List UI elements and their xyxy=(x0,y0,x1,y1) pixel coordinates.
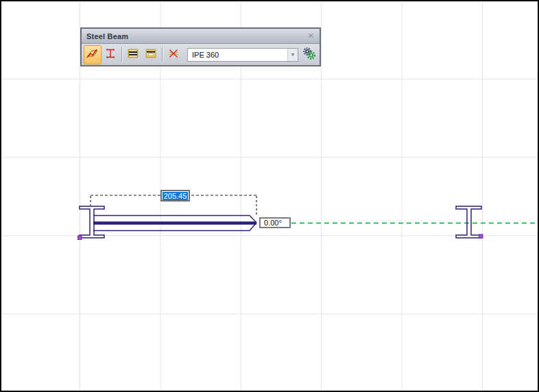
profile-combobox[interactable]: IPE 360 ▼ xyxy=(187,48,298,62)
beam-create-button[interactable] xyxy=(84,45,101,64)
steel-beam-toolbar: Steel Beam ✕ xyxy=(80,27,321,66)
toolbar-title: Steel Beam xyxy=(86,32,305,40)
beam-align-top-icon xyxy=(145,47,157,62)
beam-section-button[interactable] xyxy=(101,45,119,64)
beam-align-middle-icon xyxy=(127,47,139,62)
length-value-selected[interactable]: 205.45 xyxy=(163,192,189,200)
profile-combobox-value: IPE 360 xyxy=(188,49,287,61)
beam-align-top-button[interactable] xyxy=(142,45,160,64)
beam-axis-snap-icon xyxy=(167,47,180,62)
snap-grip-left[interactable] xyxy=(78,236,82,240)
gears-icon xyxy=(302,47,316,63)
beam-section-icon xyxy=(104,47,117,62)
chevron-down-icon[interactable]: ▼ xyxy=(287,49,298,61)
cad-viewport[interactable]: 205.45 0.00° Steel Beam ✕ xyxy=(0,0,539,392)
beam-settings-button[interactable] xyxy=(302,46,318,64)
i-beam-profile-right[interactable] xyxy=(456,206,481,238)
beam-axis-snap-button[interactable] xyxy=(165,45,182,64)
toolbar-buttons-row: IPE 360 ▼ xyxy=(82,44,320,65)
close-icon[interactable]: ✕ xyxy=(305,32,317,40)
angle-value: 0.00° xyxy=(264,219,282,227)
toolbar-titlebar[interactable]: Steel Beam ✕ xyxy=(82,29,320,44)
beam-align-middle-button[interactable] xyxy=(124,45,142,64)
beam-create-icon xyxy=(86,47,99,62)
toolbar-separator xyxy=(121,47,122,62)
toolbar-separator xyxy=(162,47,163,62)
snap-grip-right[interactable] xyxy=(479,234,483,238)
length-input[interactable]: 205.45 xyxy=(160,190,190,201)
angle-input[interactable]: 0.00° xyxy=(259,217,291,228)
